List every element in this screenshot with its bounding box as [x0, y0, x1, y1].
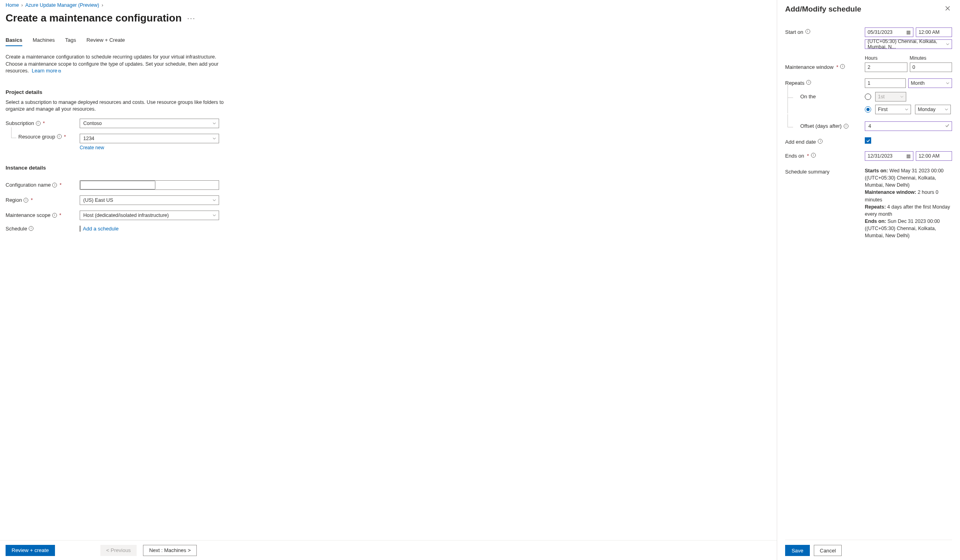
start-time-input[interactable]: 12:00 AM: [916, 27, 952, 37]
breadcrumb-sep2: ›: [102, 2, 103, 8]
breadcrumb-sep1: ›: [21, 2, 23, 8]
panel-footer: Save Cancel: [785, 540, 952, 556]
previous-button: < Previous: [100, 545, 137, 556]
required-indicator: *: [43, 120, 45, 126]
check-icon: [866, 139, 870, 143]
section-project-details: Project details: [6, 89, 771, 95]
resource-group-select[interactable]: 1234: [80, 134, 219, 143]
schedule-panel: Add/Modify schedule Start on i 05/31/202…: [777, 0, 960, 560]
info-icon[interactable]: i: [24, 198, 28, 203]
timezone-select[interactable]: (UTC+05:30) Chennai, Kolkata, Mumbai, N.…: [865, 39, 952, 49]
panel-title: Add/Modify schedule: [785, 5, 861, 14]
footer-bar: Review + create < Previous Next : Machin…: [0, 540, 777, 560]
label-hours: Hours: [865, 55, 907, 61]
info-icon[interactable]: i: [29, 226, 33, 231]
close-icon: [945, 6, 950, 11]
label-resource-group: Resource group i *: [6, 134, 80, 140]
calendar-icon: ▦: [906, 29, 911, 35]
tab-basics[interactable]: Basics: [6, 37, 22, 46]
tab-tags[interactable]: Tags: [65, 37, 76, 46]
label-schedule: Schedule i: [6, 226, 80, 232]
label-repeats: Repeats i: [785, 78, 865, 88]
required-indicator: *: [59, 182, 61, 188]
label-start-on: Start on i: [785, 27, 865, 49]
breadcrumb: Home › Azure Update Manager (Preview) ›: [6, 2, 771, 8]
label-subscription: Subscription i *: [6, 120, 80, 126]
info-icon[interactable]: i: [811, 153, 816, 158]
close-panel-button[interactable]: [943, 4, 952, 14]
learn-more-link[interactable]: Learn more⧉: [32, 68, 61, 74]
info-icon[interactable]: i: [818, 139, 823, 144]
chevron-down-icon: [212, 198, 216, 202]
label-minutes: Minutes: [910, 55, 952, 61]
ordinal-select[interactable]: First: [875, 105, 911, 114]
offset-input[interactable]: 4: [865, 121, 952, 131]
label-config-name: Configuration name i *: [6, 182, 80, 188]
label-maintenance-window: Maintenance window * i: [785, 55, 865, 72]
required-indicator: *: [31, 197, 33, 203]
info-icon[interactable]: i: [52, 183, 57, 187]
end-date-input[interactable]: 12/31/2023 ▦: [865, 151, 913, 161]
external-link-icon: ⧉: [58, 69, 61, 73]
day-number-select: 1st: [875, 92, 906, 101]
tabs: Basics Machines Tags Review + Create: [6, 37, 771, 47]
chevron-down-icon: [905, 107, 909, 111]
required-indicator: *: [59, 212, 61, 218]
next-button[interactable]: Next : Machines >: [143, 545, 196, 556]
info-icon[interactable]: i: [52, 213, 57, 218]
repeats-unit-select[interactable]: Month: [908, 78, 952, 88]
review-create-button[interactable]: Review + create: [6, 545, 55, 556]
section-instance-details: Instance details: [6, 165, 771, 171]
label-offset: Offset (days after) i: [785, 121, 865, 131]
more-actions-button[interactable]: ···: [187, 15, 196, 22]
required-indicator: *: [836, 64, 838, 70]
info-icon[interactable]: i: [840, 64, 845, 69]
page-description: Create a maintenance configuration to sc…: [6, 54, 229, 75]
label-region: Region i *: [6, 197, 80, 203]
subscription-select[interactable]: Contoso: [80, 119, 219, 128]
chevron-down-icon: [900, 95, 904, 99]
add-end-date-checkbox[interactable]: [865, 137, 871, 144]
info-icon[interactable]: i: [805, 29, 810, 34]
checkmark-icon: [945, 123, 950, 129]
chevron-down-icon: [212, 137, 216, 140]
end-time-input[interactable]: 12:00 AM: [916, 151, 952, 161]
required-indicator: *: [807, 153, 809, 159]
chevron-down-icon: [212, 121, 216, 125]
maintenance-scope-select[interactable]: Host (dedicated/isolated infrastructure): [80, 211, 219, 220]
config-name-input[interactable]: [80, 180, 219, 190]
repeats-interval-input[interactable]: 1: [865, 78, 906, 88]
label-add-end-date: Add end date i: [785, 137, 865, 145]
chevron-down-icon: [946, 81, 950, 85]
radio-ordinal-weekday[interactable]: [865, 106, 871, 113]
region-select[interactable]: (US) East US: [80, 195, 219, 205]
chevron-down-icon: [946, 42, 950, 46]
label-maintenance-scope: Maintenance scope i *: [6, 212, 80, 218]
radio-day-of-month[interactable]: [865, 94, 871, 100]
calendar-icon: ▦: [906, 153, 911, 159]
info-icon[interactable]: i: [806, 80, 811, 85]
label-schedule-summary: Schedule summary: [785, 167, 865, 239]
page-title: Create a maintenance configuration: [6, 12, 182, 24]
tab-review[interactable]: Review + Create: [86, 37, 125, 46]
hours-input[interactable]: 2: [865, 62, 907, 72]
chevron-down-icon: [212, 213, 216, 217]
info-icon[interactable]: i: [36, 121, 41, 126]
required-indicator: *: [64, 134, 66, 140]
info-icon[interactable]: i: [57, 134, 62, 139]
label-on-the: On the: [785, 92, 865, 117]
label-ends-on: Ends on * i: [785, 151, 865, 161]
info-icon[interactable]: i: [844, 124, 848, 129]
weekday-select[interactable]: Monday: [915, 105, 951, 114]
schedule-summary-text: Starts on: Wed May 31 2023 00:00 ((UTC+0…: [865, 167, 952, 239]
save-button[interactable]: Save: [785, 545, 810, 556]
create-new-resource-group-link[interactable]: Create new: [80, 145, 104, 150]
breadcrumb-home[interactable]: Home: [6, 2, 19, 8]
add-schedule-link[interactable]: Add a schedule: [83, 226, 119, 232]
start-date-input[interactable]: 05/31/2023 ▦: [865, 27, 913, 37]
tab-machines[interactable]: Machines: [33, 37, 55, 46]
chevron-down-icon: [944, 107, 948, 111]
minutes-input[interactable]: 0: [910, 62, 952, 72]
cancel-button[interactable]: Cancel: [814, 545, 842, 556]
breadcrumb-update-manager[interactable]: Azure Update Manager (Preview): [25, 2, 100, 8]
